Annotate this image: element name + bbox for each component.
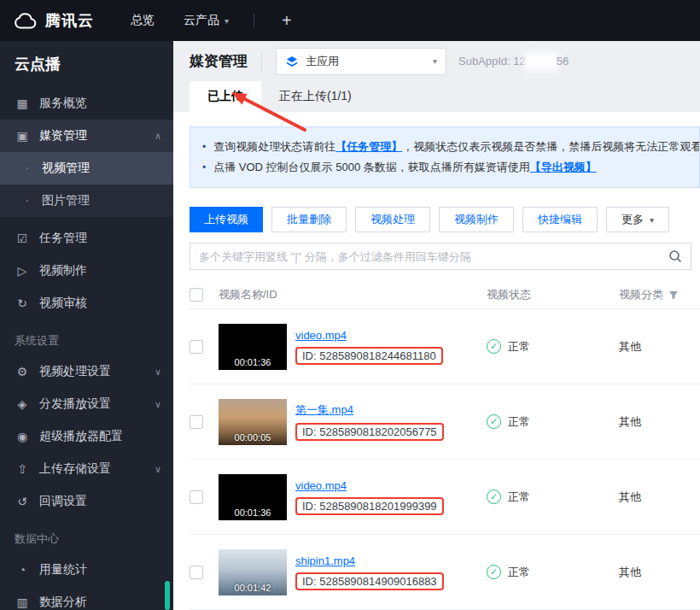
more-button[interactable]: 更多 ▾ [606, 207, 669, 232]
video-id-annotated: ID: 5285890818244681180 [295, 347, 443, 365]
content-panel: •查询视频处理状态请前往【任务管理】，视频状态仅表示视频是否禁播，禁播后视频将无… [173, 112, 700, 610]
nav-overview[interactable]: 总览 [116, 0, 169, 41]
video-id-annotated: ID: 5285890814909016883 [295, 572, 444, 590]
distribution-icon: ◈ [15, 397, 30, 411]
caret-down-icon: ▾ [650, 215, 654, 225]
app-selector-dropdown[interactable]: 主应用 ▾ [276, 48, 446, 75]
subappid-prefix: SubAppId: 12 [458, 55, 526, 67]
filter-funnel-icon[interactable] [668, 290, 679, 300]
table-row: 00:01:36 video.mp4 ID: 52858908182446811… [190, 309, 700, 384]
sidebar-section-system-settings: 系统设置 [0, 326, 173, 355]
sidebar-item-media-management[interactable]: ▣ 媒资管理 ∧ [0, 120, 173, 152]
sidebar-item-label: 用量统计 [39, 562, 87, 578]
nav-overview-label: 总览 [131, 13, 155, 28]
video-name-link[interactable]: video.mp4 [295, 479, 444, 492]
sidebar-item-task-management[interactable]: ☑ 任务管理 [0, 222, 173, 255]
sidebar-item-label: 媒资管理 [39, 128, 87, 144]
toolbar: 上传视频 批量删除 视频处理 视频制作 快捷编辑 更多 ▾ [190, 207, 691, 232]
status-label: 正常 [508, 339, 530, 355]
category-label: 其他 [619, 414, 641, 430]
video-produce-button[interactable]: 视频制作 [439, 207, 514, 232]
tencent-cloud-logo[interactable]: 腾讯云 [0, 10, 116, 31]
header-divider [261, 52, 262, 71]
notice-text: ，视频状态仅表示视频是否禁播，禁播后视频将无法正常观看，生效时 [402, 140, 700, 153]
sidebar-item-distribution-playback-settings[interactable]: ◈ 分发播放设置 ∨ [0, 388, 173, 420]
row-checkbox[interactable] [190, 340, 203, 354]
usage-icon: ◔ [15, 563, 30, 577]
brand-text: 腾讯云 [45, 10, 94, 31]
table-row: 00:01:36 video.mp4 ID: 52858908182019993… [190, 460, 700, 535]
search-input[interactable] [199, 250, 668, 263]
duration-label: 00:01:36 [219, 357, 287, 367]
row-checkbox[interactable] [190, 490, 203, 504]
video-id-annotated: ID: 5285890818201999399 [295, 497, 444, 515]
sidebar-item-video-management[interactable]: · 视频管理 [0, 152, 173, 185]
sidebar-item-label: 服务概览 [39, 96, 87, 111]
row-checkbox[interactable] [190, 566, 203, 579]
gear-icon: ⚙ [15, 365, 30, 378]
notice-text: 点播 VOD 控制台仅展示 5000 条数据，获取点播所有媒资请使用 [213, 161, 530, 173]
page-title: 媒资管理 [190, 51, 248, 71]
media-submenu: · 视频管理 · 图片管理 [0, 152, 173, 217]
subappid-suffix: 56 [557, 55, 569, 67]
sidebar-item-image-management[interactable]: · 图片管理 [0, 185, 173, 217]
sidebar-item-video-production[interactable]: ▷ 视频制作 [0, 255, 173, 287]
chevron-down-icon: ∨ [155, 464, 161, 475]
sidebar-item-label: 数据分析 [39, 595, 87, 610]
tab-uploading[interactable]: 正在上传(1/1) [261, 81, 370, 112]
bullet-icon: · [20, 161, 34, 176]
cloud-logo-icon [14, 12, 38, 30]
upload-video-button[interactable]: 上传视频 [190, 207, 263, 232]
tab-bar: 已上传 正在上传(1/1) [173, 81, 700, 112]
sidebar-item-super-player-config[interactable]: ◉ 超级播放器配置 [0, 420, 173, 453]
column-status: 视频状态 [487, 287, 619, 302]
video-process-button[interactable]: 视频处理 [355, 207, 430, 232]
grid-icon: ▦ [15, 97, 30, 110]
main-content: 媒资管理 主应用 ▾ SubAppId: 12 56 已上传 正在上传(1/1)… [173, 41, 700, 610]
task-management-link[interactable]: 【任务管理】 [335, 140, 402, 153]
video-name-link[interactable]: shipin1.mp4 [295, 554, 444, 567]
row-checkbox[interactable] [190, 415, 203, 429]
task-icon: ☑ [15, 232, 30, 245]
video-thumbnail[interactable]: 00:01:36 [219, 474, 287, 520]
video-thumbnail[interactable]: 00:01:36 [219, 324, 287, 370]
search-icon[interactable] [668, 249, 682, 263]
sidebar-item-upload-storage-settings[interactable]: ⇧ 上传存储设置 ∨ [0, 453, 173, 485]
select-all-checkbox[interactable] [190, 288, 203, 302]
chevron-down-icon: ∨ [155, 399, 161, 410]
sidebar-item-data-analysis[interactable]: ▥ 数据分析 [0, 586, 173, 610]
export-video-link[interactable]: 【导出视频】 [530, 161, 597, 173]
sidebar-item-service-overview[interactable]: ▦ 服务概览 [0, 87, 173, 120]
caret-down-icon: ▾ [225, 16, 229, 26]
sidebar-scrollbar-thumb[interactable] [165, 581, 170, 610]
notice-line-1: •查询视频处理状态请前往【任务管理】，视频状态仅表示视频是否禁播，禁播后视频将无… [202, 137, 687, 157]
more-button-label: 更多 [621, 212, 644, 227]
sidebar-section-data-center: 数据中心 [0, 525, 173, 554]
sidebar-item-label: 任务管理 [39, 231, 87, 246]
batch-delete-button[interactable]: 批量删除 [271, 207, 347, 232]
new-tab-button[interactable]: + [265, 11, 309, 31]
notice-line-2: •点播 VOD 控制台仅展示 5000 条数据，获取点播所有媒资请使用【导出视频… [202, 157, 687, 178]
video-name-link[interactable]: video.mp4 [295, 329, 443, 342]
status-label: 正常 [508, 565, 530, 580]
play-icon: ▷ [15, 264, 30, 278]
upload-icon: ⇧ [15, 462, 30, 476]
notice-text: 查询视频处理状态请前往 [213, 140, 335, 153]
chevron-up-icon: ∧ [155, 131, 161, 142]
video-thumbnail[interactable]: 00:01:42 [219, 549, 287, 595]
sidebar-item-video-moderation[interactable]: ↻ 视频审核 [0, 287, 173, 320]
video-name-link[interactable]: 第一集.mp4 [295, 402, 444, 418]
category-label: 其他 [619, 490, 641, 505]
sidebar-item-usage-statistics[interactable]: ◔ 用量统计 [0, 554, 173, 586]
sidebar-item-video-processing-settings[interactable]: ⚙ 视频处理设置 ∨ [0, 355, 173, 388]
video-table: 视频名称/ID 视频状态 视频分类 00:01:36 video [190, 280, 700, 610]
nav-products[interactable]: 云产品 ▾ [169, 0, 243, 41]
bullet-icon: • [202, 161, 206, 173]
sidebar-item-callback-settings[interactable]: ↺ 回调设置 [0, 485, 173, 518]
chevron-down-icon: ∨ [155, 367, 161, 378]
page-header: 媒资管理 主应用 ▾ SubAppId: 12 56 [173, 41, 700, 81]
tab-uploaded[interactable]: 已上传 [190, 81, 261, 112]
video-thumbnail[interactable]: 00:00:05 [219, 399, 287, 445]
quick-edit-button[interactable]: 快捷编辑 [522, 207, 598, 232]
player-icon: ◉ [15, 430, 30, 443]
